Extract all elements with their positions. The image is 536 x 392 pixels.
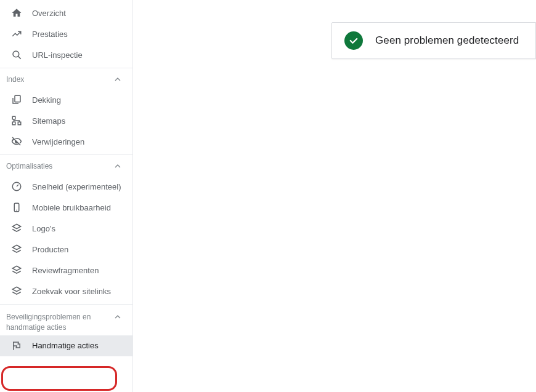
status-message: Geen problemen gedetecteerd [375,34,519,47]
visibility-off-icon [10,136,23,147]
layers-icon [10,265,23,276]
layers-icon [10,244,23,255]
chevron-up-icon [113,161,123,171]
sidebar-item-snelheid[interactable]: Snelheid (experimenteel) [0,176,132,197]
sidebar-item-zoekvak[interactable]: Zoekvak voor sitelinks [0,281,132,302]
home-icon [10,7,23,18]
coverage-icon [10,94,23,105]
sidebar-item-sitemaps[interactable]: Sitemaps [0,110,132,131]
sidebar-item-overzicht[interactable]: Overzicht [0,2,132,23]
main-content: Geen problemen gedetecteerd [133,0,536,392]
sidebar-item-dekking[interactable]: Dekking [0,89,132,110]
section-header-optimalisaties[interactable]: Optimalisaties [0,155,132,176]
sitemap-icon [10,115,23,126]
check-circle-icon [344,31,363,50]
svg-marker-12 [12,287,21,292]
sidebar-item-reviewfragmenten[interactable]: Reviewfragmenten [0,260,132,281]
sidebar-item-logos[interactable]: Logo's [0,218,132,239]
sidebar-item-label: Logo's [32,224,55,233]
sidebar-item-verwijderingen[interactable]: Verwijderingen [0,131,132,152]
sidebar-item-label: Dekking [32,95,61,105]
svg-marker-11 [12,266,21,271]
sidebar-item-label: Overzicht [32,9,66,18]
sidebar-item-label: Snelheid (experimenteel) [32,182,121,191]
svg-rect-5 [12,122,15,125]
highlight-annotation [1,366,117,391]
flag-icon [10,340,23,351]
sidebar-item-label: Producten [32,245,68,254]
sidebar-item-mobiele[interactable]: Mobiele bruikbaarheid [0,197,132,218]
svg-marker-10 [12,245,21,250]
chevron-up-icon [113,312,123,322]
speed-icon [10,181,23,192]
sidebar-item-prestaties[interactable]: Prestaties [0,23,132,44]
svg-rect-4 [18,122,21,125]
sidebar-item-handmatige-acties[interactable]: Handmatige acties [0,335,132,356]
chevron-up-icon [113,74,123,84]
sidebar-item-url-inspectie[interactable]: URL-inspectie [0,44,132,65]
svg-rect-2 [15,95,20,102]
sidebar-item-label: Mobiele bruikbaarheid [32,203,111,212]
sidebar: Overzicht Prestaties URL-inspectie Index… [0,0,133,392]
sidebar-item-label: Prestaties [32,30,68,39]
svg-point-0 [13,51,19,57]
mobile-icon [10,202,23,213]
section-header-index[interactable]: Index [0,68,132,89]
sidebar-item-label: Handmatige acties [32,341,99,350]
sidebar-item-label: Verwijderingen [32,137,84,146]
layers-icon [10,223,23,234]
sidebar-item-producten[interactable]: Producten [0,239,132,260]
svg-marker-9 [12,224,21,229]
trending-icon [10,28,23,39]
section-header-beveiliging[interactable]: Beveiligingsproblemen en handmatige acti… [0,305,132,335]
svg-line-1 [18,56,20,58]
sidebar-item-label: Sitemaps [32,116,65,126]
status-card: Geen problemen gedetecteerd [331,22,536,59]
layers-icon [10,286,23,297]
sidebar-item-label: URL-inspectie [32,50,83,60]
search-icon [10,49,23,60]
svg-rect-3 [12,116,15,119]
sidebar-item-label: Reviewfragmenten [32,266,99,275]
sidebar-item-label: Zoekvak voor sitelinks [32,287,111,296]
